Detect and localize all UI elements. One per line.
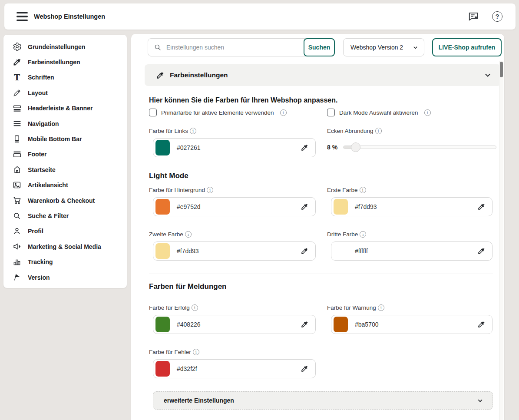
eyedropper-icon[interactable] (477, 247, 485, 255)
color-swatch[interactable] (155, 140, 170, 155)
sidebar-item-label: Headerleiste & Banner (28, 105, 93, 112)
help-icon[interactable]: ? (492, 11, 502, 22)
eyedropper-icon[interactable] (301, 144, 308, 152)
checkbox-primary-color-box[interactable] (149, 109, 157, 116)
sidebar-item-marketing-social-media[interactable]: Marketing & Social Media (3, 239, 127, 254)
scrollbar-thumb[interactable] (500, 62, 503, 77)
checkbox-label: Primärfarbe für aktive Elemente verwende… (161, 109, 274, 116)
info-icon[interactable]: i (192, 304, 198, 311)
sidebar-item-navigation[interactable]: Navigation (3, 116, 127, 131)
row-links-radius: Farbe für Linksi #027261 Ecken Abrundung… (149, 127, 493, 157)
first-color-input[interactable]: #f7dd93 (331, 197, 493, 216)
footer-icon (11, 150, 23, 159)
error-color-input[interactable]: #d32f2f (153, 359, 316, 378)
sidebar-item-suche-filter[interactable]: Suche & Filter (3, 208, 127, 223)
row-background-first: Farbe für Hintergrundi #e9752d Erste Far… (149, 186, 493, 216)
sidebar-item-layout[interactable]: Layout (3, 85, 127, 100)
background-color-input[interactable]: #e9752d (153, 197, 316, 216)
sidebar-item-label: Profil (28, 228, 43, 235)
color-swatch[interactable] (155, 317, 170, 332)
eyedropper-icon[interactable] (301, 247, 308, 255)
scrollbar-track[interactable] (499, 61, 503, 420)
checkbox-label: Dark Mode Auswahl aktivieren (339, 109, 418, 116)
sidebar-item-mobile-bottom-bar[interactable]: Mobile Bottom Bar (3, 131, 127, 146)
sidebar-item-label: Footer (28, 151, 47, 158)
hex-value: #d32f2f (177, 365, 301, 372)
light-mode-heading: Light Mode (149, 171, 493, 181)
eyedropper-icon[interactable] (301, 321, 308, 328)
corner-radius-slider-row: 8 % (327, 144, 496, 151)
eyedropper-icon[interactable] (477, 203, 485, 211)
sidebar-item-footer[interactable]: Footer (3, 147, 127, 162)
color-swatch[interactable] (334, 199, 348, 215)
color-swatch[interactable] (334, 317, 348, 332)
settings-search-group: Suchen (148, 38, 335, 56)
hex-value: #f7dd93 (355, 203, 477, 210)
settings-toolbar: Suchen Webshop Version 2 LIVE-Shop aufru… (131, 34, 504, 61)
slider-thumb[interactable] (351, 142, 360, 152)
person-icon (11, 227, 23, 235)
section-header-farbeinstellungen[interactable]: Farbeinstellungen (145, 64, 501, 86)
sidebar-item-artikelansicht[interactable]: Artikelansicht (3, 178, 127, 193)
sidebar-item-startseite[interactable]: Startseite (3, 162, 127, 177)
color-swatch[interactable] (155, 243, 170, 259)
header-banner-icon (11, 104, 23, 113)
search-icon (154, 43, 162, 51)
eyedropper-icon[interactable] (477, 321, 485, 328)
search-button[interactable]: Suchen (304, 38, 335, 56)
sidebar-item-grundeinstellungen[interactable]: Grundeinstellungen (3, 39, 127, 54)
sidebar-item-warenkorb-checkout[interactable]: Warenkorb & Checkout (3, 193, 127, 208)
row-error: Farbe für Fehleri #d32f2f (149, 348, 493, 378)
header-actions: ? (468, 11, 502, 22)
sidebar-item-tracking[interactable]: Tracking (3, 254, 127, 269)
sidebar-item-label: Startseite (28, 166, 56, 173)
sidebar-item-schriften[interactable]: T Schriften (3, 70, 127, 85)
checkbox-dark-mode: Dark Mode Auswahl aktivieren i (327, 109, 493, 116)
row-success-warning: Farbe für Erfolgi #408226 Farbe für Warn… (149, 304, 493, 334)
sidebar-item-version[interactable]: Version (3, 270, 127, 285)
color-swatch[interactable] (334, 243, 348, 259)
sidebar-item-profil[interactable]: Profil (3, 224, 127, 239)
eyedropper-icon[interactable] (301, 203, 308, 211)
color-swatch[interactable] (155, 361, 170, 377)
info-icon[interactable]: i (190, 128, 196, 134)
sidebar-item-farbeinstellungen[interactable]: Farbeinstellungen (3, 54, 127, 69)
webshop-version-select[interactable]: Webshop Version 2 (343, 38, 424, 56)
sidebar-item-label: Marketing & Social Media (28, 243, 101, 250)
chevron-down-icon[interactable] (476, 397, 484, 404)
field-first-color: Erste Farbei #f7dd93 (327, 186, 493, 216)
info-icon[interactable]: i (360, 231, 366, 238)
info-icon[interactable]: i (207, 187, 213, 193)
live-shop-button[interactable]: LIVE-Shop aufrufen (432, 38, 502, 56)
warning-color-input[interactable]: #ba5700 (331, 315, 493, 334)
row-second-third: Zweite Farbei #f7dd93 Dritte Farbei #fff… (149, 230, 493, 261)
sidebar-item-label: Grundeinstellungen (28, 43, 85, 50)
info-icon[interactable]: i (378, 304, 384, 311)
checkbox-dark-mode-box[interactable] (327, 109, 335, 116)
info-icon[interactable]: i (185, 231, 192, 238)
section-divider (149, 274, 493, 274)
info-icon[interactable]: i (193, 349, 199, 355)
hamburger-menu-icon[interactable] (17, 12, 28, 21)
success-color-input[interactable]: #408226 (153, 315, 316, 334)
info-icon[interactable]: i (424, 109, 431, 116)
advanced-settings-label: erweiterte Einstellungen (164, 397, 476, 404)
advanced-settings-toggle[interactable]: erweiterte Einstellungen (153, 391, 493, 410)
second-color-input[interactable]: #f7dd93 (153, 241, 316, 261)
field-corner-radius: Ecken Abrundungi 8 % (327, 127, 496, 157)
info-icon[interactable]: i (375, 128, 382, 134)
bar-chart-icon (11, 258, 23, 266)
info-icon[interactable]: i (360, 187, 366, 193)
link-color-input[interactable]: #027261 (153, 138, 316, 157)
sidebar-item-label: Tracking (28, 258, 53, 265)
sidebar-item-headerleiste-banner[interactable]: Headerleiste & Banner (3, 101, 127, 116)
radius-slider[interactable] (343, 146, 496, 149)
sidebar-item-label: Layout (28, 89, 48, 96)
info-icon[interactable]: i (280, 109, 287, 116)
menu-lines-icon (11, 119, 23, 128)
eyedropper-icon[interactable] (301, 365, 308, 373)
chevron-down-icon[interactable] (483, 71, 492, 79)
color-swatch[interactable] (155, 199, 170, 215)
third-color-input[interactable]: #ffffff (331, 241, 493, 261)
feedback-icon[interactable] (468, 11, 479, 22)
